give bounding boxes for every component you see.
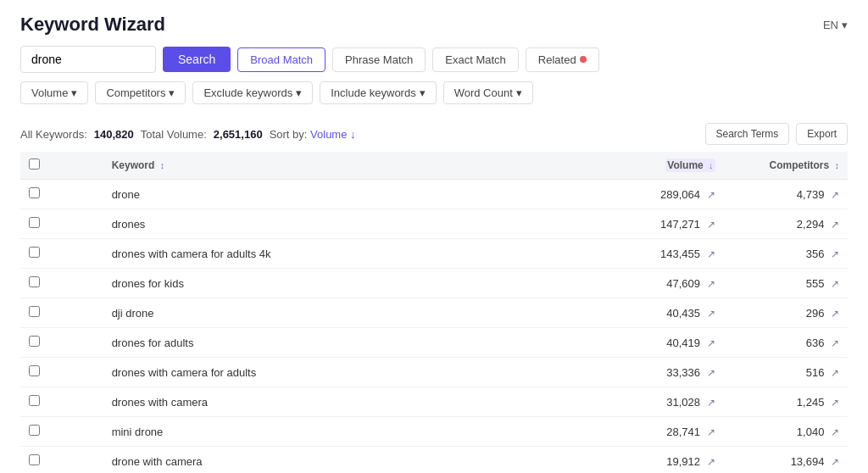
row-arrow-icon[interactable]: ↗ — [707, 308, 715, 320]
table-row: drones 147,271 ↗ 2,294 ↗ — [20, 209, 848, 239]
volume-filter[interactable]: Volume ▾ — [20, 81, 88, 104]
competitors-cell: 4,739 ↗ — [724, 180, 848, 209]
chevron-down-icon: ▾ — [842, 19, 848, 31]
competitors-cell: 1,245 ↗ — [724, 387, 848, 417]
row-arrow-icon[interactable]: ↗ — [831, 219, 839, 231]
row-checkbox-cell[interactable] — [20, 298, 103, 328]
row-checkbox-cell[interactable] — [20, 417, 103, 447]
related-tab[interactable]: Related — [526, 47, 599, 72]
keyword-column-header[interactable]: Keyword ↕ — [103, 152, 600, 180]
row-arrow-icon[interactable]: ↗ — [707, 397, 715, 409]
row-checkbox[interactable] — [29, 187, 40, 198]
competitors-cell: 296 ↗ — [724, 298, 848, 328]
broad-match-tab[interactable]: Broad Match — [237, 47, 326, 72]
exclude-keywords-filter[interactable]: Exclude keywords ▾ — [192, 81, 313, 104]
row-arrow-icon[interactable]: ↗ — [831, 397, 839, 409]
volume-column-header[interactable]: Volume ↓ — [599, 152, 723, 180]
table-row: drone 289,064 ↗ 4,739 ↗ — [20, 180, 848, 209]
table-row: mini drone 28,741 ↗ 1,040 ↗ — [20, 417, 848, 447]
row-arrow-icon[interactable]: ↗ — [707, 278, 715, 290]
row-checkbox[interactable] — [29, 454, 40, 465]
include-keywords-filter[interactable]: Include keywords ▾ — [320, 81, 436, 104]
row-checkbox[interactable] — [29, 336, 40, 347]
competitors-cell: 636 ↗ — [724, 328, 848, 358]
keyword-cell: drones for adults — [103, 328, 600, 358]
keywords-table: Keyword ↕ Volume ↓ Competitors ↕ — [20, 152, 848, 473]
keyword-cell: mini drone — [103, 417, 600, 447]
language-selector[interactable]: EN ▾ — [823, 19, 848, 31]
row-arrow-icon[interactable]: ↗ — [707, 337, 715, 349]
search-bar: Search Broad Match Phrase Match Exact Ma… — [0, 46, 868, 81]
volume-cell: 28,741 ↗ — [599, 417, 723, 447]
row-checkbox[interactable] — [29, 276, 40, 287]
competitors-filter[interactable]: Competitors ▾ — [95, 81, 186, 104]
row-checkbox[interactable] — [29, 306, 40, 317]
export-button[interactable]: Export — [796, 123, 848, 145]
search-input[interactable] — [20, 46, 156, 73]
total-volume-label: Total Volume: — [141, 128, 207, 141]
row-arrow-icon[interactable]: ↗ — [707, 426, 715, 438]
competitors-cell: 2,294 ↗ — [724, 209, 848, 239]
table-row: dji drone 40,435 ↗ 296 ↗ — [20, 298, 848, 328]
row-checkbox-cell[interactable] — [20, 180, 103, 209]
search-terms-button[interactable]: Search Terms — [705, 123, 790, 145]
row-checkbox[interactable] — [29, 395, 40, 406]
row-arrow-icon[interactable]: ↗ — [831, 367, 839, 379]
table-row: drones for kids 47,609 ↗ 555 ↗ — [20, 269, 848, 298]
row-arrow-icon[interactable]: ↗ — [831, 426, 839, 438]
table-container: All Keywords: 140,820 Total Volume: 2,65… — [0, 114, 868, 473]
row-checkbox[interactable] — [29, 247, 40, 258]
row-checkbox[interactable] — [29, 217, 40, 228]
volume-cell: 147,271 ↗ — [599, 209, 723, 239]
keyword-cell: drone — [103, 180, 600, 209]
row-arrow-icon[interactable]: ↗ — [831, 278, 839, 290]
volume-cell: 289,064 ↗ — [599, 180, 723, 209]
keyword-cell: drones with camera — [103, 387, 600, 417]
row-checkbox[interactable] — [29, 425, 40, 436]
volume-sort-icon[interactable]: ↓ — [709, 160, 714, 170]
row-checkbox-cell[interactable] — [20, 328, 103, 358]
sort-by-value[interactable]: Volume ↓ — [310, 128, 355, 141]
volume-cell: 19,912 ↗ — [599, 447, 723, 474]
keyword-cell: drones with camera for adults — [103, 358, 600, 387]
row-arrow-icon[interactable]: ↗ — [831, 189, 839, 201]
table-row: drones with camera for adults 33,336 ↗ 5… — [20, 358, 848, 387]
search-button[interactable]: Search — [163, 47, 231, 72]
row-checkbox-cell[interactable] — [20, 358, 103, 387]
keyword-cell: drones for kids — [103, 269, 600, 298]
competitors-cell: 356 ↗ — [724, 239, 848, 269]
chevron-down-icon: ▾ — [516, 86, 522, 99]
row-arrow-icon[interactable]: ↗ — [707, 248, 715, 260]
competitors-sort-icon[interactable]: ↕ — [835, 160, 840, 170]
select-all-checkbox[interactable] — [29, 159, 40, 170]
keyword-cell: drones with camera for adults 4k — [103, 239, 600, 269]
row-arrow-icon[interactable]: ↗ — [707, 189, 715, 201]
row-arrow-icon[interactable]: ↗ — [707, 456, 715, 468]
row-checkbox-cell[interactable] — [20, 447, 103, 474]
row-checkbox[interactable] — [29, 365, 40, 376]
chevron-down-icon: ▾ — [420, 86, 426, 99]
select-all-checkbox-col[interactable] — [20, 152, 103, 180]
competitors-column-header[interactable]: Competitors ↕ — [724, 152, 848, 180]
row-arrow-icon[interactable]: ↗ — [707, 219, 715, 231]
row-checkbox-cell[interactable] — [20, 387, 103, 417]
volume-cell: 143,455 ↗ — [599, 239, 723, 269]
row-checkbox-cell[interactable] — [20, 269, 103, 298]
exact-match-tab[interactable]: Exact Match — [432, 47, 519, 72]
volume-cell: 40,419 ↗ — [599, 328, 723, 358]
row-arrow-icon[interactable]: ↗ — [707, 367, 715, 379]
keyword-cell: dji drone — [103, 298, 600, 328]
row-arrow-icon[interactable]: ↗ — [831, 337, 839, 349]
keyword-cell: drones — [103, 209, 600, 239]
row-arrow-icon[interactable]: ↗ — [831, 308, 839, 320]
row-arrow-icon[interactable]: ↗ — [831, 248, 839, 260]
table-actions: Search Terms Export — [705, 123, 849, 145]
header: Keyword Wizard EN ▾ — [0, 0, 868, 46]
phrase-match-tab[interactable]: Phrase Match — [332, 47, 426, 72]
word-count-filter[interactable]: Word Count ▾ — [443, 81, 533, 104]
volume-cell: 31,028 ↗ — [599, 387, 723, 417]
row-checkbox-cell[interactable] — [20, 209, 103, 239]
row-arrow-icon[interactable]: ↗ — [831, 456, 839, 468]
keyword-sort-icon[interactable]: ↕ — [160, 160, 165, 170]
row-checkbox-cell[interactable] — [20, 239, 103, 269]
